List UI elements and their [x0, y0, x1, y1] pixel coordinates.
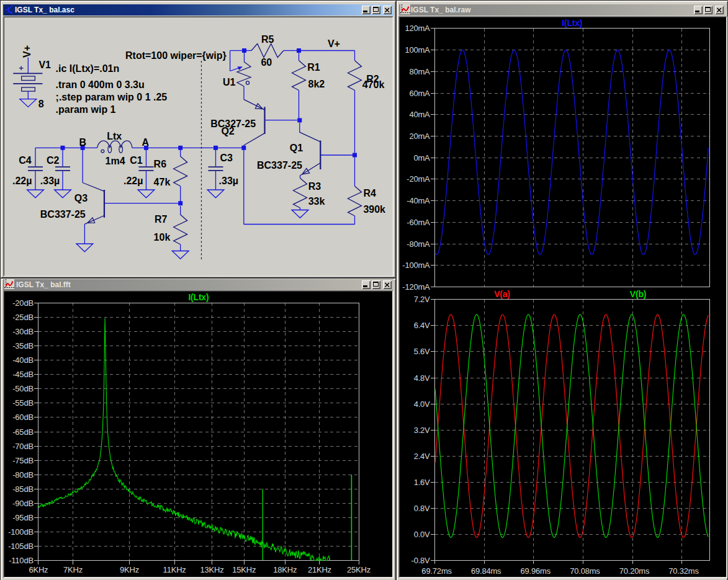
svg-text:4.8V: 4.8V — [414, 373, 430, 383]
svg-text:R4: R4 — [363, 188, 376, 199]
svg-text:-60mA: -60mA — [407, 218, 430, 227]
svg-text:0.8V: 0.8V — [414, 504, 430, 513]
svg-text:-0.8V: -0.8V — [411, 556, 431, 565]
svg-text:-65dB: -65dB — [12, 427, 34, 437]
svg-text:BC337-25: BC337-25 — [257, 160, 302, 171]
svg-text:B: B — [79, 137, 86, 148]
svg-text:.33µ: .33µ — [219, 176, 238, 186]
svg-text:70.32ms: 70.32ms — [668, 566, 699, 576]
svg-text:69.84ms: 69.84ms — [471, 566, 501, 576]
svg-text:69.96ms: 69.96ms — [521, 566, 551, 576]
svg-text:V(b): V(b) — [630, 289, 646, 299]
svg-text:70.20ms: 70.20ms — [619, 566, 650, 576]
svg-text:.33µ: .33µ — [40, 176, 60, 186]
svg-text:R5: R5 — [261, 34, 274, 45]
svg-text:-100mA: -100mA — [402, 261, 430, 270]
svg-text:R7: R7 — [155, 214, 168, 225]
svg-text:Q1: Q1 — [290, 143, 303, 153]
svg-text:-40mA: -40mA — [407, 196, 430, 205]
svg-text:47k: 47k — [154, 177, 171, 187]
svg-text:470k: 470k — [362, 79, 385, 90]
svg-text:-105dB: -105dB — [8, 542, 34, 551]
svg-text:8: 8 — [38, 99, 44, 109]
svg-text:I(Ltx): I(Ltx) — [562, 18, 582, 28]
svg-text:-20mA: -20mA — [407, 174, 430, 184]
svg-text:7.2V: 7.2V — [414, 295, 430, 304]
svg-text:1.6V: 1.6V — [414, 478, 430, 487]
svg-text:.param wip 1: .param wip 1 — [56, 104, 116, 115]
svg-text:11KHz: 11KHz — [163, 565, 186, 574]
svg-text:BC337-25: BC337-25 — [40, 209, 86, 220]
svg-text:5.6V: 5.6V — [414, 347, 430, 356]
svg-text:V1: V1 — [38, 60, 51, 70]
svg-text:10k: 10k — [154, 232, 171, 243]
svg-text:-20dB: -20dB — [12, 298, 34, 308]
svg-text:-80mA: -80mA — [407, 239, 430, 249]
svg-text:-25dB: -25dB — [12, 313, 34, 322]
svg-text:R3: R3 — [308, 181, 321, 192]
svg-text:9KHz: 9KHz — [120, 565, 139, 574]
svg-text:-60dB: -60dB — [12, 413, 34, 422]
svg-text:.tran 0 400m 0 3.3u: .tran 0 400m 0 3.3u — [56, 79, 145, 90]
svg-text:390k: 390k — [363, 204, 385, 215]
svg-text:A: A — [142, 137, 150, 148]
svg-text:13KHz: 13KHz — [200, 565, 223, 574]
svg-text:I(Ltx): I(Ltx) — [188, 292, 209, 302]
svg-text:-90dB: -90dB — [12, 499, 34, 508]
svg-text:C3: C3 — [220, 153, 233, 163]
svg-text:-70dB: -70dB — [12, 442, 34, 451]
svg-text:33k: 33k — [308, 196, 325, 207]
svg-text:V+: V+ — [22, 45, 32, 58]
svg-text:21KHz: 21KHz — [308, 565, 331, 574]
svg-text:0mA: 0mA — [413, 153, 430, 163]
svg-text:-75dB: -75dB — [12, 456, 34, 465]
svg-text:80mA: 80mA — [409, 67, 430, 76]
svg-text:25KHz: 25KHz — [347, 565, 371, 574]
svg-text:-95dB: -95dB — [12, 513, 34, 522]
svg-text:-80dB: -80dB — [12, 470, 34, 480]
svg-text:0.0V: 0.0V — [414, 530, 430, 539]
svg-text:.ic I(Ltx)=.01n: .ic I(Ltx)=.01n — [56, 63, 120, 74]
svg-text:;.step param wip 0 1 .25: ;.step param wip 0 1 .25 — [56, 92, 168, 102]
svg-text:60: 60 — [261, 57, 272, 68]
svg-text:V(a): V(a) — [494, 289, 510, 299]
svg-text:Q3: Q3 — [74, 193, 88, 203]
svg-text:-85dB: -85dB — [12, 484, 34, 494]
svg-text:18KHz: 18KHz — [273, 565, 297, 574]
svg-text:C1: C1 — [130, 155, 143, 166]
svg-text:R1: R1 — [307, 62, 320, 73]
svg-text:-55dB: -55dB — [12, 398, 34, 408]
svg-text:Q2: Q2 — [221, 126, 234, 136]
svg-text:6.4V: 6.4V — [414, 321, 430, 330]
svg-text:69.72ms: 69.72ms — [421, 566, 452, 576]
svg-text:70.08ms: 70.08ms — [570, 566, 600, 576]
svg-text:-30dB: -30dB — [12, 327, 34, 336]
svg-text:-45dB: -45dB — [12, 370, 34, 379]
svg-text:-40dB: -40dB — [12, 355, 34, 365]
svg-text:.22µ: .22µ — [12, 176, 32, 186]
svg-text:100mA: 100mA — [405, 45, 430, 55]
svg-text:1m4: 1m4 — [106, 156, 125, 166]
svg-text:-110dB: -110dB — [9, 556, 34, 565]
svg-text:2.4V: 2.4V — [414, 452, 430, 461]
svg-text:7KHz: 7KHz — [63, 565, 83, 574]
svg-text:60mA: 60mA — [409, 89, 430, 98]
svg-text:4.0V: 4.0V — [414, 399, 430, 409]
svg-text:40mA: 40mA — [409, 110, 430, 119]
svg-text:V+: V+ — [328, 38, 340, 49]
svg-text:6KHz: 6KHz — [29, 565, 48, 574]
svg-text:-35dB: -35dB — [12, 341, 34, 350]
svg-text:C4: C4 — [19, 155, 32, 166]
svg-text:20mA: 20mA — [409, 132, 430, 141]
svg-text:-100dB: -100dB — [8, 527, 34, 537]
svg-text:15KHz: 15KHz — [232, 565, 256, 574]
svg-text:Rtot=100 wiper={wip}: Rtot=100 wiper={wip} — [125, 50, 227, 61]
svg-text:Ltx: Ltx — [107, 131, 122, 141]
svg-text:C2: C2 — [47, 155, 60, 166]
svg-text:U1: U1 — [223, 77, 236, 87]
svg-text:R6: R6 — [154, 159, 167, 169]
svg-text:-50dB: -50dB — [12, 384, 34, 393]
svg-text:8k2: 8k2 — [308, 79, 325, 89]
svg-text:3.2V: 3.2V — [414, 426, 430, 435]
svg-text:120mA: 120mA — [405, 24, 430, 33]
